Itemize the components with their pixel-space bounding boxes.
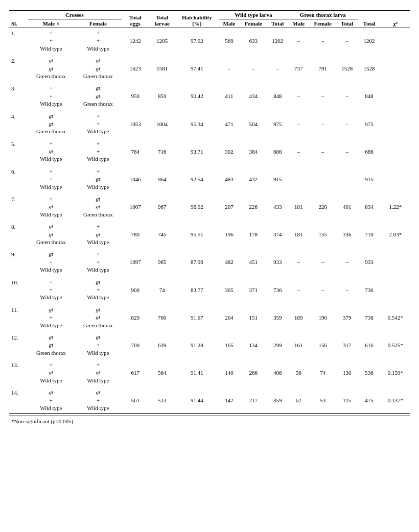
total_larvae-cell: 564 [149, 360, 175, 385]
chi2-cell: 1.22* [381, 194, 410, 220]
male-cross-cell: ++Wild type [28, 28, 75, 54]
gt_female-cell: – [309, 111, 337, 137]
sl-cell: 1. [9, 28, 28, 54]
gt_female-cell: – [309, 28, 337, 54]
gt_total-cell: – [337, 139, 358, 164]
main-table: Sl. Crosses Totaleggs Totallarvae Hatcha… [9, 10, 410, 425]
sl-cell: 9. [9, 249, 28, 275]
female-cross-cell: gtgtGreen thorax [75, 83, 122, 109]
total_larvae-cell: 1205 [149, 28, 175, 54]
total-cell: 975 [358, 111, 381, 137]
female-cross-cell: +gtWild type [75, 360, 122, 385]
chi2-cell [381, 28, 410, 54]
wt_female-cell: 504 [240, 111, 267, 137]
wt_female-cell: 266 [240, 360, 267, 385]
wt_male-cell: 302 [219, 139, 240, 164]
total_larvae-cell: 967 [149, 194, 175, 220]
wt_total-cell: – [267, 56, 288, 81]
total_larvae-cell: 1004 [149, 111, 175, 137]
wt_male-cell: 140 [219, 360, 240, 385]
gt_female-cell: 791 [309, 56, 337, 81]
chi2-cell [381, 139, 410, 164]
gt_total-cell: 130 [337, 360, 358, 385]
sl-cell: 8. [9, 222, 28, 247]
hatchability-cell: 97.41 [175, 56, 219, 81]
total-cell: 736 [358, 277, 381, 303]
female-cross-cell: gt+Wild type [75, 332, 122, 358]
gt_female-cell: – [309, 83, 337, 109]
wt_total-cell: 736 [267, 277, 288, 303]
hatchability-cell: 95.34 [175, 111, 219, 137]
table-row: 7.+gtWild typegtgtGreen thorax100796796.… [9, 194, 410, 220]
total-header: Total [358, 11, 381, 28]
female-cross-cell: ++Wild type [75, 249, 122, 275]
gt_male-cell: – [288, 166, 309, 192]
sl-cell: 5. [9, 139, 28, 164]
total_eggs-cell: 1007 [122, 194, 149, 220]
total_larvae-cell: 1581 [149, 56, 175, 81]
total-cell: 616 [358, 332, 381, 358]
gt_total-cell: 401 [337, 194, 358, 220]
gt_male-cell: – [288, 111, 309, 137]
male-cross-cell: gtgtGreen thorax [28, 56, 75, 81]
gt_male-cell: – [288, 249, 309, 275]
total_eggs-cell: 950 [122, 83, 149, 109]
table-row: 11.gt+Wild typegtgtGreen thorax82976091.… [9, 305, 410, 330]
female-cross-cell: ++Wild type [75, 111, 122, 137]
wt_male-cell: 482 [219, 249, 240, 275]
wt_male-cell: 411 [219, 83, 240, 109]
gt_male-cell: – [288, 277, 309, 303]
male-cross-cell: gtgtGreen thorax [28, 111, 75, 137]
gt_total-cell: 317 [337, 332, 358, 358]
table-row: 6.++Wild type+gtWild type104696492.54483… [9, 166, 410, 192]
sl-cell: 10. [9, 277, 28, 303]
hatchability-cell: 91.28 [175, 332, 219, 358]
gt_male-cell: 56 [288, 360, 309, 385]
wt_male-cell: 142 [219, 388, 240, 414]
male-cross-cell: gt+Wild type [28, 249, 75, 275]
gt_female-cell: – [309, 139, 337, 164]
total_eggs-cell: 900 [122, 277, 149, 303]
gt_total-cell: – [337, 111, 358, 137]
sl-cell: 11. [9, 305, 28, 330]
gt_female-cell: 156 [309, 332, 337, 358]
wt_male-cell: 569 [219, 28, 240, 54]
table-row: 13.+gtWild type+gtWild type61756491.4114… [9, 360, 410, 385]
total-eggs-header: Totaleggs [122, 11, 149, 28]
female-cross-cell: gtgtGreen thorax [75, 194, 122, 220]
green-thorax-larva-header: Green thorax larva [288, 11, 358, 19]
gt_female-cell: 220 [309, 194, 337, 220]
table-row: 12.gtgtGreen thoraxgt+Wild type70063991.… [9, 332, 410, 358]
total-cell: 915 [358, 166, 381, 192]
total_eggs-cell: 1097 [122, 249, 149, 275]
male-cross-cell: gtgtGreen thorax [28, 222, 75, 247]
total_larvae-cell: 760 [149, 305, 175, 330]
wt_female-cell: 178 [240, 222, 267, 247]
wt_total-cell: 686 [267, 139, 288, 164]
gt_total-cell: – [337, 166, 358, 192]
male-cross-cell: ++Wild type [28, 277, 75, 303]
wt-female-header: Female [240, 19, 267, 28]
table-row: 9.gt+Wild type++Wild type109796587.96482… [9, 249, 410, 275]
gt_total-cell: – [337, 83, 358, 109]
total_larvae-cell: 74 [149, 277, 175, 303]
total_eggs-cell: 1623 [122, 56, 149, 81]
wt-male-header: Male [219, 19, 240, 28]
male-cross-cell: gtgtGreen thorax [28, 332, 75, 358]
hatchability-cell: 93.71 [175, 139, 219, 164]
gt-male-header: Male [288, 19, 309, 28]
gt_male-cell: 181 [288, 222, 309, 247]
wt_female-cell: 451 [240, 249, 267, 275]
female-cross-cell: gt+Wild type [75, 388, 122, 414]
hatchability-cell: 96.02 [175, 194, 219, 220]
wt_male-cell: 207 [219, 194, 240, 220]
crosses-header: Crosses [28, 11, 122, 19]
total_eggs-cell: 764 [122, 139, 149, 164]
gt_female-cell: 53 [309, 388, 337, 414]
sl-header: Sl. [9, 11, 28, 28]
wildtype-larva-header: Wild type larva [219, 11, 288, 19]
total_larvae-cell: 716 [149, 139, 175, 164]
sl-cell: 4. [9, 111, 28, 137]
wt_total-cell: 406 [267, 360, 288, 385]
wt_female-cell: 432 [240, 166, 267, 192]
